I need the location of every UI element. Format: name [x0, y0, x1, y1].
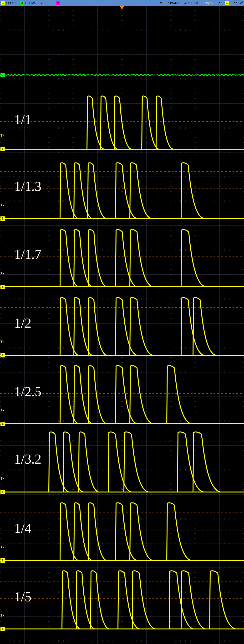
- ratio-label: 1/4: [14, 521, 31, 536]
- ch1-baseline-marker: 1: [0, 353, 5, 358]
- ratio-label: 1/1.7: [14, 247, 41, 262]
- ratio-label: 1/1: [14, 112, 31, 127]
- ch2-badge: 2: [20, 1, 24, 5]
- trigger-marker-icon: T▸: [0, 340, 4, 344]
- svg-marker-2853: [120, 6, 124, 10]
- ratio-label: 1/3.2: [14, 452, 41, 467]
- ch1-baseline-marker: 1: [0, 285, 5, 289]
- trigger-marker-icon: T▸: [0, 203, 4, 207]
- trigger-marker-icon: T▸: [0, 545, 4, 549]
- trigger-marker-icon: T▸: [0, 408, 4, 412]
- ch2-indicator: 2 1.00V/: [20, 1, 35, 5]
- trigger-marker-icon: T▸: [0, 614, 4, 617]
- trigger-mode: Trig'd?: [203, 1, 214, 5]
- ch2-baseline-marker: 2: [0, 73, 5, 77]
- ratio-label: 1/2.5: [14, 384, 41, 399]
- timebase-icon: ✲: [159, 1, 163, 5]
- ch1-baseline-marker: 1: [0, 422, 5, 426]
- timebase-value: 7.694㎳: [167, 1, 180, 5]
- trigger-marker-icon: T▸: [0, 271, 4, 275]
- ch1-baseline-marker: 1: [0, 627, 5, 631]
- trigger-slope-icon: ƒ: [218, 1, 220, 5]
- oscilloscope-screenshot: 1 1.00V/ 2 1.00V/ 3 4 ✲ 7.694㎳ 400.0㎲/ T…: [0, 0, 244, 644]
- ch1-baseline-marker: 1: [0, 216, 5, 221]
- trigger-marker-icon: T▸: [0, 134, 4, 138]
- scope-grid: [0, 6, 244, 644]
- ch1-indicator: 1 1.00V/: [1, 1, 15, 5]
- ch1-badge: 1: [1, 1, 5, 5]
- ch1-baseline-marker: 1: [0, 147, 5, 151]
- scope-toolbar: 1 1.00V/ 2 1.00V/ 3 4 ✲ 7.694㎳ 400.0㎲/ T…: [0, 0, 244, 6]
- ratio-label: 1/1.3: [14, 179, 41, 194]
- ratio-label: 1/2: [14, 316, 31, 331]
- ch1-baseline-marker: 1: [0, 558, 5, 563]
- trigger-marker-icon: T▸: [0, 476, 4, 480]
- ch1-scale: 1.00V/: [5, 1, 15, 5]
- trigger-channel-badge: 1: [225, 1, 229, 5]
- trigger-level: 563㎷: [234, 1, 243, 5]
- ch1-baseline-marker: 1: [0, 490, 5, 494]
- ch2-scale: 1.00V/: [24, 1, 35, 5]
- ratio-label: 1/5: [14, 589, 31, 604]
- ch3-badge: 3: [40, 1, 44, 5]
- ch4-badge: 4: [56, 1, 60, 5]
- scope-display: 1/11T▸1/1.31T▸1/1.71T▸1/21T▸1/2.51T▸1/3.…: [0, 6, 244, 644]
- sweep-value: 400.0㎲/: [184, 1, 198, 5]
